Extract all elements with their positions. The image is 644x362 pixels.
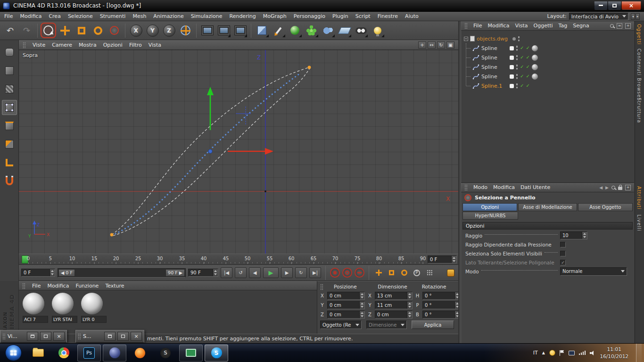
float-maximize-button[interactable] <box>40 332 51 341</box>
tray-warning-icon[interactable] <box>549 350 555 356</box>
layer-square[interactable] <box>510 56 514 60</box>
edges-mode-button[interactable] <box>2 118 17 133</box>
display-tray-icon[interactable] <box>569 351 575 355</box>
key-pla-toggle[interactable] <box>424 268 435 278</box>
rotation-b-field[interactable]: 0 ° <box>422 311 460 319</box>
position-y-field[interactable]: 0 cm <box>327 301 365 309</box>
show-desktop-button[interactable] <box>636 344 642 362</box>
filter-icon[interactable]: ≡ <box>617 23 622 29</box>
material-item[interactable]: LYR 0 <box>81 293 107 323</box>
coordinate-system-button[interactable] <box>178 23 193 38</box>
tab-asse-modellazione[interactable]: Asse di Modellazione <box>518 203 577 211</box>
taskbar-flame-app[interactable] <box>128 345 152 362</box>
add-spline-button[interactable] <box>271 23 286 38</box>
spinner[interactable] <box>359 311 364 318</box>
om-menu-segna[interactable]: Segna <box>573 23 589 29</box>
history-back-icon[interactable]: ◀ <box>599 185 603 190</box>
collapse-icon[interactable] <box>464 37 468 41</box>
panel-grip-icon[interactable] <box>464 23 468 29</box>
om-menu-oggetti[interactable]: Oggetti <box>534 23 553 29</box>
spinner[interactable] <box>407 292 412 299</box>
panel-grip-icon[interactable] <box>320 284 323 290</box>
timeline-ruler[interactable]: 0 5 10 15 20 25 30 35 40 45 50 55 60 65 … <box>19 254 458 265</box>
visibility-dots-icon[interactable] <box>516 55 518 61</box>
size-z-field[interactable]: 0 cm <box>375 311 413 319</box>
texture-tag-icon[interactable] <box>532 64 538 70</box>
size-x-field[interactable]: 13 cm <box>375 292 413 300</box>
panel-grip-icon[interactable] <box>78 333 81 339</box>
toggle-view-icon[interactable]: ▣ <box>446 41 454 49</box>
rotation-p-field[interactable]: 0 ° <box>422 301 460 309</box>
end-frame-field[interactable]: 90 F <box>188 269 218 277</box>
texture-tag-icon[interactable] <box>532 74 538 80</box>
spinner[interactable] <box>451 256 456 263</box>
raggio-input[interactable]: 10 <box>560 231 587 239</box>
material-item[interactable]: LYR STAI <box>52 293 77 323</box>
axis-mode-button[interactable] <box>2 155 17 170</box>
live-selection-tool[interactable] <box>41 23 56 38</box>
tolerant-checkbox[interactable]: ✓ <box>560 260 566 265</box>
start-button[interactable] <box>5 345 22 361</box>
taskbar-explorer[interactable] <box>26 345 50 362</box>
make-editable-button[interactable] <box>2 45 17 60</box>
rotate-tool[interactable] <box>90 23 106 38</box>
move-tool[interactable] <box>57 23 73 38</box>
key-position-toggle[interactable] <box>373 268 384 278</box>
network-icon[interactable] <box>579 351 586 355</box>
orbit-view-icon[interactable]: ↻ <box>437 41 445 49</box>
next-frame-button[interactable]: ▶ <box>281 267 293 278</box>
rotation-h-field[interactable]: 0 ° <box>422 292 460 300</box>
tree-row-spline[interactable]: Spline ✓ ✓ <box>461 53 634 62</box>
viewport-canvas[interactable]: Sopra Z X <box>19 50 458 254</box>
texture-tag-icon[interactable] <box>532 55 538 61</box>
menu-script[interactable]: Script <box>355 13 371 19</box>
tree-row-spline[interactable]: Spline ✓ ✓ <box>461 72 634 81</box>
panel-menu-icon[interactable]: + <box>625 185 631 190</box>
mat-menu-modifica[interactable]: Modifica <box>47 283 69 289</box>
layer-square[interactable] <box>510 74 514 79</box>
layer-dot[interactable] <box>512 37 516 41</box>
mat-menu-texture[interactable]: Texture <box>105 283 124 289</box>
render-settings-button[interactable] <box>232 23 248 38</box>
floating-window-vista[interactable]: Vi... × <box>0 330 67 343</box>
lock-z-axis-button[interactable]: Z <box>161 23 177 38</box>
tree-row-spline[interactable]: Spline ✓ ✓ <box>461 62 634 72</box>
taskbar-cinema4d[interactable] <box>103 345 126 362</box>
tab-hypernurbs[interactable]: HyperNURBS <box>462 212 518 220</box>
tree-row-spline[interactable]: Spline ✓ ✓ <box>461 43 634 53</box>
visible-only-checkbox[interactable] <box>560 251 566 256</box>
key-rotation-toggle[interactable] <box>399 268 409 278</box>
layout-select[interactable]: Interfaccia di Avvio <box>569 13 628 20</box>
taskbar-screen-capture[interactable] <box>179 345 203 362</box>
spline-endpoint[interactable] <box>110 233 114 237</box>
panel-grip-icon[interactable] <box>464 184 468 190</box>
floating-window-struttura[interactable]: S... × <box>75 330 144 343</box>
scale-tool[interactable] <box>74 23 89 38</box>
visibility-dots-icon[interactable] <box>518 36 520 42</box>
menu-simulazione[interactable]: Simulazione <box>191 13 223 19</box>
close-button[interactable]: × <box>621 1 641 10</box>
ruler-frame-field[interactable]: 0 F <box>428 255 457 263</box>
spinner[interactable] <box>407 302 412 309</box>
last-used-tool[interactable] <box>107 23 122 38</box>
vp-menu-mostra[interactable]: Mostra <box>79 42 97 48</box>
spinner[interactable] <box>213 269 218 276</box>
previous-frame-button[interactable]: ◀ <box>249 267 261 278</box>
next-key-button[interactable]: ↻ <box>295 267 307 278</box>
minimize-button[interactable] <box>594 1 608 10</box>
polygons-mode-button[interactable] <box>2 137 17 152</box>
menu-finestre[interactable]: Finestre <box>378 13 398 19</box>
menu-strumenti[interactable]: Strumenti <box>100 13 126 19</box>
add-light-button[interactable] <box>370 23 385 38</box>
add-floor-button[interactable] <box>337 23 352 38</box>
vp-menu-opzioni[interactable]: Opzioni <box>103 42 123 48</box>
side-tab-struttura[interactable]: Struttura <box>636 98 642 123</box>
points-mode-button[interactable] <box>2 100 17 115</box>
search-icon[interactable] <box>610 24 614 28</box>
pan-view-icon[interactable]: + <box>418 41 426 49</box>
om-menu-modifica[interactable]: Modifica <box>487 23 509 29</box>
float-maximize-button[interactable] <box>117 332 129 341</box>
panel-grip-icon[interactable] <box>22 283 25 289</box>
float-close-button[interactable]: × <box>131 332 142 341</box>
menu-file[interactable]: File <box>4 13 13 19</box>
